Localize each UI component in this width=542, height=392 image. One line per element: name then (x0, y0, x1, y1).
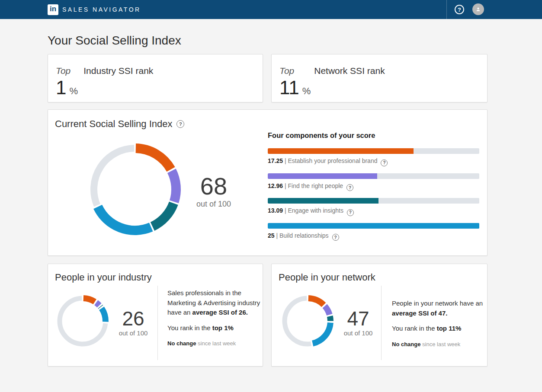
donut-track (94, 148, 134, 205)
ssi-page: in SALES NAVIGATOR ? Your Social Selling… (0, 0, 542, 392)
help-icon[interactable]: ? (176, 120, 184, 128)
rank-unit: % (302, 86, 311, 97)
current-ssi-card: Current Social Selling Index ? 68 out of… (48, 109, 487, 256)
current-ssi-title: Current Social Selling Index (55, 118, 172, 130)
rank-value: 1 (56, 78, 66, 98)
network-score-denominator: out of 100 (334, 329, 382, 337)
donut-segment-build-relationships (98, 207, 151, 230)
component-label: Establish your professional brand (288, 157, 377, 164)
industry-title: People in your industry (55, 272, 152, 283)
help-icon[interactable]: ? (381, 159, 388, 166)
component-label: Engage with insights (288, 207, 343, 214)
network-title: People in your network (279, 272, 375, 283)
component-label: Build relationships (279, 232, 329, 239)
industry-score: 26 (109, 308, 157, 329)
component-bar-fill (268, 223, 479, 229)
components-list: 17.25 | Establish your professional bran… (268, 148, 479, 241)
network-description: People in your network have an average S… (392, 299, 488, 318)
donut-segment-find-right-people (325, 306, 330, 315)
donut-segment-engage-with-insights (100, 306, 101, 307)
avatar[interactable] (472, 3, 484, 15)
component-bar-track (268, 173, 479, 179)
component-bar-fill (268, 173, 377, 179)
donut-segment-establish-professional-brand (83, 298, 95, 302)
donut-segment-build-relationships (313, 323, 330, 344)
industry-donut-chart (55, 293, 111, 349)
person-icon (475, 6, 481, 13)
component-separator: | (275, 232, 279, 239)
component-bar-track (268, 148, 479, 154)
network-rank-text: You rank in the top 11% (392, 324, 488, 334)
score-component: 13.09 | Engage with insights? (268, 198, 479, 216)
brand-name: SALES NAVIGATOR (62, 6, 141, 13)
network-rank-card: Top Network SSI rank 11 % (271, 54, 487, 102)
donut-segment-establish-professional-brand (308, 298, 324, 305)
ssi-donut-chart (85, 140, 185, 239)
ssi-score: 68 (186, 174, 242, 199)
industry-score-denominator: out of 100 (109, 329, 157, 337)
network-change-text: No change since last week (392, 340, 488, 350)
component-label: Find the right people (288, 182, 343, 189)
component-bar-fill (268, 148, 414, 154)
rank-unit: % (69, 86, 78, 97)
help-icon[interactable]: ? (346, 184, 353, 191)
rank-label: Network SSI rank (314, 66, 385, 76)
divider (381, 286, 382, 360)
network-score: 47 (334, 308, 382, 329)
component-bar-fill (268, 198, 378, 204)
rank-label: Industry SSI rank (83, 66, 153, 76)
donut-segment-find-right-people (172, 171, 176, 202)
component-value: 17.25 (268, 157, 283, 164)
page-title: Your Social Selling Index (48, 34, 181, 48)
rank-prefix: Top (56, 66, 71, 76)
help-icon[interactable]: ? (455, 5, 464, 14)
linkedin-in-icon: in (48, 4, 58, 15)
donut-segment-engage-with-insights (152, 203, 173, 226)
component-value: 13.09 (268, 207, 283, 214)
donut-track (285, 298, 311, 344)
donut-segment-build-relationships (102, 308, 106, 322)
rank-prefix: Top (279, 66, 294, 76)
topbar-divider (446, 0, 447, 19)
sales-navigator-logo[interactable]: in SALES NAVIGATOR (48, 0, 141, 19)
component-bar-track (268, 223, 479, 229)
donut-segment-establish-professional-brand (136, 148, 171, 169)
industry-rank-text: You rank in the top 1% (167, 323, 262, 333)
divider (157, 286, 158, 360)
network-donut-chart (279, 293, 336, 349)
top-navigation-bar: in SALES NAVIGATOR ? (0, 0, 542, 19)
ssi-score-denominator: out of 100 (186, 200, 242, 209)
components-title: Four components of your score (268, 131, 479, 140)
rank-value: 11 (279, 78, 299, 98)
help-icon[interactable]: ? (347, 209, 354, 216)
donut-segment-find-right-people (96, 303, 99, 305)
donut-segment-engage-with-insights (330, 316, 330, 321)
score-component: 17.25 | Establish your professional bran… (268, 148, 479, 166)
industry-rank-card: Top Industry SSI rank 1 % (48, 54, 263, 102)
component-separator: | (283, 207, 288, 214)
industry-card: People in your industry 26 out of 100 Sa… (48, 264, 263, 367)
component-separator: | (283, 182, 288, 189)
score-component: 25 | Build relationships? (268, 223, 479, 241)
score-component: 12.96 | Find the right people? (268, 173, 479, 191)
help-icon[interactable]: ? (332, 234, 339, 241)
network-card: People in your network 47 out of 100 Peo… (271, 264, 487, 367)
component-separator: | (283, 157, 288, 164)
industry-description: Sales professionals in the Marketing & A… (167, 288, 262, 318)
component-value: 25 (268, 232, 275, 239)
component-bar-track (268, 198, 479, 204)
score-components: Four components of your score 17.25 | Es… (268, 131, 479, 248)
industry-change-text: No change since last week (167, 339, 262, 349)
component-value: 12.96 (268, 182, 283, 189)
